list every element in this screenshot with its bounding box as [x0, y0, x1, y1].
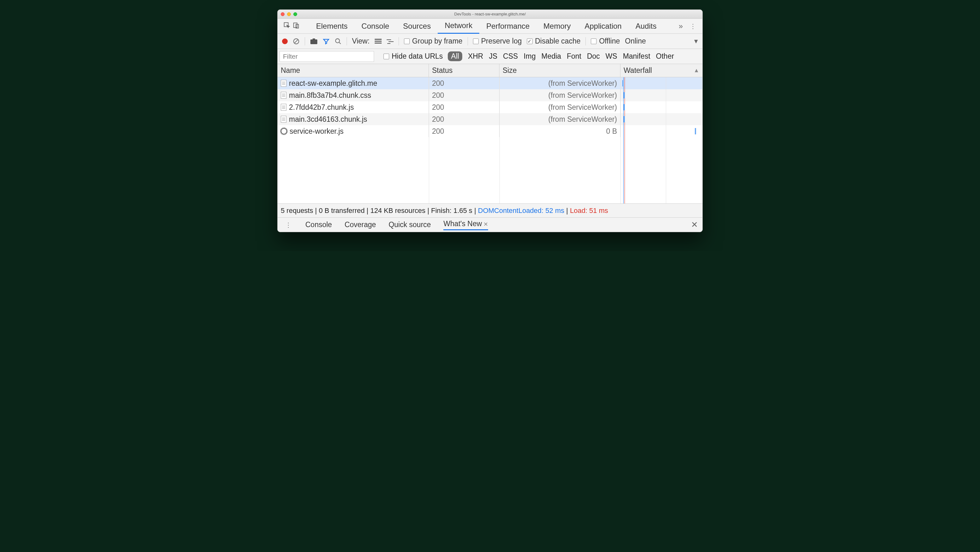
filter-type-other[interactable]: Other [656, 52, 675, 61]
summary-finish: Finish: 1.65 s [431, 207, 473, 215]
document-icon [281, 104, 286, 111]
waterfall-bar [695, 128, 696, 134]
svg-rect-5 [310, 40, 317, 44]
overview-icon[interactable] [387, 38, 394, 44]
request-name: main.3cd46163.chunk.js [289, 115, 367, 124]
tab-application[interactable]: Application [578, 19, 628, 34]
clear-icon[interactable] [293, 38, 300, 45]
settings-kebab-icon[interactable]: ⋮ [687, 22, 699, 30]
summary-load: Load: 51 ms [570, 207, 608, 215]
tab-elements[interactable]: Elements [309, 19, 355, 34]
drawer-tabbar: ⋮ ConsoleCoverageQuick sourceWhat's New … [278, 217, 702, 232]
tab-network[interactable]: Network [438, 19, 479, 34]
main-tabbar: ElementsConsoleSourcesNetworkPerformance… [278, 19, 702, 34]
filter-type-js[interactable]: JS [489, 52, 497, 61]
column-size[interactable]: Size [500, 64, 620, 77]
filter-icon[interactable] [323, 38, 329, 45]
svg-rect-1 [294, 23, 297, 27]
request-status: 200 [432, 79, 444, 88]
group-by-frame-checkbox[interactable]: Group by frame [404, 37, 463, 45]
summary-domcontentloaded: DOMContentLoaded: 52 ms [478, 207, 564, 215]
drawer-tab-what-s-new[interactable]: What's New ✕ [443, 220, 488, 230]
close-window-button[interactable] [281, 12, 285, 16]
filter-type-doc[interactable]: Doc [587, 52, 600, 61]
drawer-tab-coverage[interactable]: Coverage [344, 220, 376, 229]
filter-bar: Hide data URLs AllXHRJSCSSImgMediaFontDo… [278, 49, 702, 64]
svg-point-7 [336, 38, 340, 43]
filter-type-manifest[interactable]: Manifest [623, 52, 651, 61]
filter-type-media[interactable]: Media [541, 52, 561, 61]
table-header: Name Status Size Waterfall ▲ [278, 64, 702, 77]
request-status: 200 [432, 115, 444, 124]
request-size: (from ServiceWorker) [548, 91, 617, 100]
filter-type-all[interactable]: All [448, 51, 462, 61]
window-titlebar: DevTools - react-sw-example.glitch.me/ [278, 10, 702, 19]
hide-data-urls-label: Hide data URLs [392, 52, 443, 61]
filter-type-xhr[interactable]: XHR [468, 52, 484, 61]
search-icon[interactable] [335, 38, 342, 45]
request-status: 200 [432, 127, 444, 136]
record-button[interactable] [282, 38, 288, 44]
svg-line-4 [294, 40, 298, 43]
throttling-dropdown-icon[interactable]: ▾ [694, 37, 698, 45]
request-status: 200 [432, 91, 444, 100]
minimize-window-button[interactable] [287, 12, 291, 16]
preserve-log-checkbox[interactable]: Preserve log [473, 37, 522, 45]
waterfall-bar [624, 116, 625, 122]
table-row[interactable]: main.8fb3a7b4.chunk.css200(from ServiceW… [278, 89, 702, 101]
devtools-window: DevTools - react-sw-example.glitch.me/ E… [277, 10, 703, 232]
group-by-frame-label: Group by frame [412, 37, 463, 45]
request-table: react-sw-example.glitch.me200(from Servi… [278, 77, 702, 203]
capture-screenshots-icon[interactable] [310, 38, 318, 45]
gear-icon [281, 128, 287, 134]
column-name[interactable]: Name [278, 64, 429, 77]
document-icon [281, 92, 286, 99]
column-status[interactable]: Status [429, 64, 500, 77]
tab-console[interactable]: Console [355, 19, 396, 34]
filter-type-css[interactable]: CSS [503, 52, 518, 61]
filter-type-img[interactable]: Img [524, 52, 536, 61]
table-row[interactable]: service-worker.js2000 B [278, 125, 702, 137]
sort-asc-icon: ▲ [694, 67, 699, 74]
request-size: 0 B [606, 127, 617, 136]
inspect-element-icon[interactable] [282, 22, 291, 30]
request-size: (from ServiceWorker) [548, 115, 617, 124]
document-icon [281, 80, 286, 87]
more-tabs-icon[interactable]: » [675, 22, 687, 30]
request-status: 200 [432, 103, 444, 112]
offline-checkbox[interactable]: Offline [591, 37, 620, 45]
drawer-tabs: ConsoleCoverageQuick sourceWhat's New ✕ [305, 220, 488, 230]
table-row[interactable]: 2.7fdd42b7.chunk.js200(from ServiceWorke… [278, 101, 702, 113]
request-name: react-sw-example.glitch.me [289, 79, 377, 88]
filter-type-font[interactable]: Font [567, 52, 581, 61]
column-waterfall[interactable]: Waterfall ▲ [620, 64, 702, 77]
online-label: Online [625, 37, 646, 45]
close-tab-icon[interactable]: ✕ [482, 221, 488, 227]
filter-input[interactable] [280, 51, 374, 62]
summary-transferred: 0 B transferred [319, 207, 365, 215]
tab-memory[interactable]: Memory [537, 19, 578, 34]
tab-sources[interactable]: Sources [396, 19, 438, 34]
summary-bar: 5 requests | 0 B transferred | 124 KB re… [278, 203, 702, 217]
svg-rect-9 [375, 39, 382, 40]
drawer-tab-quick-source[interactable]: Quick source [388, 220, 431, 229]
tab-performance[interactable]: Performance [479, 19, 536, 34]
request-size: (from ServiceWorker) [548, 79, 617, 88]
offline-label: Offline [599, 37, 620, 45]
device-toolbar-icon[interactable] [291, 22, 301, 30]
request-size: (from ServiceWorker) [548, 103, 617, 112]
drawer-tab-console[interactable]: Console [305, 220, 332, 229]
svg-rect-10 [375, 41, 382, 41]
hide-data-urls-checkbox[interactable]: Hide data URLs [383, 52, 443, 61]
close-drawer-icon[interactable]: ✕ [691, 220, 698, 230]
large-rows-icon[interactable] [375, 38, 382, 44]
table-row[interactable]: main.3cd46163.chunk.js200(from ServiceWo… [278, 113, 702, 125]
waterfall-bar [624, 92, 625, 99]
waterfall-bar [624, 104, 625, 110]
filter-type-ws[interactable]: WS [606, 52, 617, 61]
disable-cache-checkbox[interactable]: ✓ Disable cache [527, 37, 581, 45]
zoom-window-button[interactable] [293, 12, 297, 16]
table-row[interactable]: react-sw-example.glitch.me200(from Servi… [278, 77, 702, 89]
drawer-kebab-icon[interactable]: ⋮ [282, 221, 294, 229]
tab-audits[interactable]: Audits [628, 19, 663, 34]
